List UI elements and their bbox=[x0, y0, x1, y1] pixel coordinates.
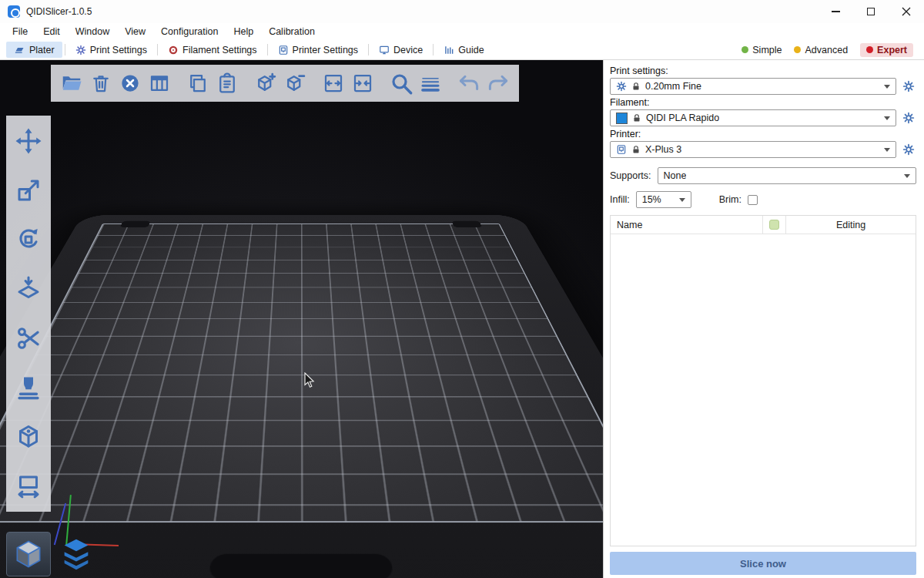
print-settings-gear-button[interactable] bbox=[901, 79, 916, 94]
seam-tool-button[interactable] bbox=[11, 419, 46, 455]
menu-configuration[interactable]: Configuration bbox=[153, 25, 226, 39]
menu-edit[interactable]: Edit bbox=[35, 25, 68, 39]
tab-printer-settings[interactable]: Printer Settings bbox=[270, 42, 366, 58]
printer-gear-button[interactable] bbox=[901, 142, 916, 157]
tab-guide[interactable]: Guide bbox=[436, 42, 491, 58]
tab-label: Print Settings bbox=[90, 45, 147, 55]
paint-supports-icon bbox=[15, 374, 42, 402]
bed-clip bbox=[120, 221, 151, 227]
arrange-icon bbox=[148, 72, 171, 95]
column-name[interactable]: Name bbox=[611, 216, 763, 234]
move-tool-button[interactable] bbox=[11, 123, 46, 159]
maximize-button[interactable] bbox=[853, 0, 889, 23]
menu-file[interactable]: File bbox=[5, 25, 35, 39]
minimize-button[interactable] bbox=[818, 0, 853, 23]
printer-label: Printer: bbox=[610, 129, 916, 139]
column-extruder[interactable] bbox=[763, 216, 786, 234]
paste-button[interactable] bbox=[213, 69, 242, 98]
mode-label: Simple bbox=[752, 45, 782, 55]
delete-button[interactable] bbox=[86, 69, 116, 98]
move-icon bbox=[15, 127, 42, 155]
tab-filament-settings[interactable]: Filament Settings bbox=[160, 42, 265, 58]
object-list-body[interactable] bbox=[611, 234, 916, 546]
slice-now-button[interactable]: Slice now bbox=[610, 552, 916, 575]
tab-label: Plater bbox=[29, 45, 55, 55]
preview-view-icon bbox=[59, 536, 94, 572]
chevron-down-icon bbox=[884, 116, 890, 120]
open-button[interactable] bbox=[57, 69, 86, 98]
split-to-objects-button[interactable] bbox=[319, 69, 348, 98]
measure-tool-button[interactable] bbox=[11, 469, 46, 504]
filament-gear-button[interactable] bbox=[901, 110, 916, 126]
redo-button[interactable] bbox=[484, 69, 513, 98]
add-instance-button[interactable] bbox=[251, 69, 280, 98]
rotate-tool-button[interactable] bbox=[11, 222, 46, 257]
lock-icon bbox=[631, 145, 641, 154]
filament-combo[interactable]: QIDI PLA Rapido bbox=[610, 109, 896, 126]
infill-label: Infill: bbox=[610, 194, 630, 205]
print-settings-label: Print settings: bbox=[610, 66, 916, 76]
paint-supports-tool-button[interactable] bbox=[11, 370, 46, 405]
expert-mode-icon bbox=[866, 46, 873, 53]
split-to-parts-button[interactable] bbox=[348, 69, 377, 98]
device-icon bbox=[379, 45, 390, 55]
menu-view[interactable]: View bbox=[117, 25, 153, 39]
rotate-icon bbox=[15, 226, 42, 254]
column-editing[interactable]: Editing bbox=[786, 216, 916, 234]
arrange-button[interactable] bbox=[145, 69, 174, 98]
open-icon bbox=[60, 72, 83, 95]
mode-simple[interactable]: Simple bbox=[742, 45, 782, 55]
search-button[interactable] bbox=[387, 69, 416, 98]
tab-label: Device bbox=[393, 45, 423, 55]
mode-advanced[interactable]: Advanced bbox=[794, 45, 848, 55]
print-settings-combo[interactable]: 0.20mm Fine bbox=[610, 78, 896, 95]
menu-window[interactable]: Window bbox=[68, 25, 117, 39]
object-list-header: Name Editing bbox=[611, 216, 916, 234]
place-on-face-tool-button[interactable] bbox=[11, 271, 46, 307]
copy-button[interactable] bbox=[183, 69, 213, 98]
menu-calibration[interactable]: Calibration bbox=[261, 25, 323, 39]
lock-icon bbox=[631, 82, 641, 91]
mode-expert[interactable]: Expert bbox=[860, 43, 913, 57]
printer-combo[interactable]: X-Plus 3 bbox=[610, 141, 896, 158]
mode-switcher: Simple Advanced Expert bbox=[742, 43, 918, 57]
settings-panel: Print settings: 0.20mm Fine Filament: QI… bbox=[603, 60, 924, 578]
tab-device[interactable]: Device bbox=[371, 42, 430, 58]
measure-icon bbox=[15, 472, 42, 500]
editor-view-button[interactable] bbox=[6, 532, 51, 576]
infill-combo[interactable]: 15% bbox=[636, 191, 691, 208]
printer-icon bbox=[616, 144, 627, 155]
supports-combo[interactable]: None bbox=[658, 167, 916, 184]
object-list: Name Editing bbox=[610, 215, 916, 546]
filament-value: QIDI PLA Rapido bbox=[646, 113, 719, 123]
title-bar: QIDISlicer-1.0.5 bbox=[0, 0, 924, 23]
plater-icon bbox=[14, 44, 25, 55]
menu-help[interactable]: Help bbox=[226, 25, 261, 39]
print-bed bbox=[0, 223, 603, 523]
close-button[interactable] bbox=[889, 0, 924, 23]
delete-all-button[interactable] bbox=[116, 69, 145, 98]
editor-view-icon bbox=[12, 537, 45, 571]
redo-icon bbox=[487, 72, 510, 95]
printer-value: X-Plus 3 bbox=[645, 144, 681, 155]
preview-view-button[interactable] bbox=[54, 532, 99, 576]
3d-viewport[interactable] bbox=[0, 60, 603, 578]
tab-separator bbox=[267, 44, 268, 55]
brim-checkbox[interactable] bbox=[748, 195, 758, 205]
tab-separator bbox=[157, 44, 158, 55]
cut-tool-button[interactable] bbox=[11, 321, 46, 356]
close-icon bbox=[902, 7, 911, 16]
undo-button[interactable] bbox=[454, 69, 484, 98]
tab-label: Printer Settings bbox=[293, 45, 358, 55]
tab-plater[interactable]: Plater bbox=[6, 42, 62, 58]
top-toolbar bbox=[51, 65, 519, 102]
search-icon bbox=[389, 71, 413, 96]
split-to-parts-icon bbox=[351, 72, 374, 95]
bed-handle bbox=[209, 554, 394, 578]
variable-layer-height-button[interactable] bbox=[416, 69, 445, 98]
guide-icon bbox=[444, 45, 454, 55]
print-settings-icon bbox=[75, 45, 86, 55]
tab-print-settings[interactable]: Print Settings bbox=[68, 42, 155, 58]
scale-tool-button[interactable] bbox=[11, 173, 46, 208]
remove-instance-button[interactable] bbox=[280, 69, 310, 98]
